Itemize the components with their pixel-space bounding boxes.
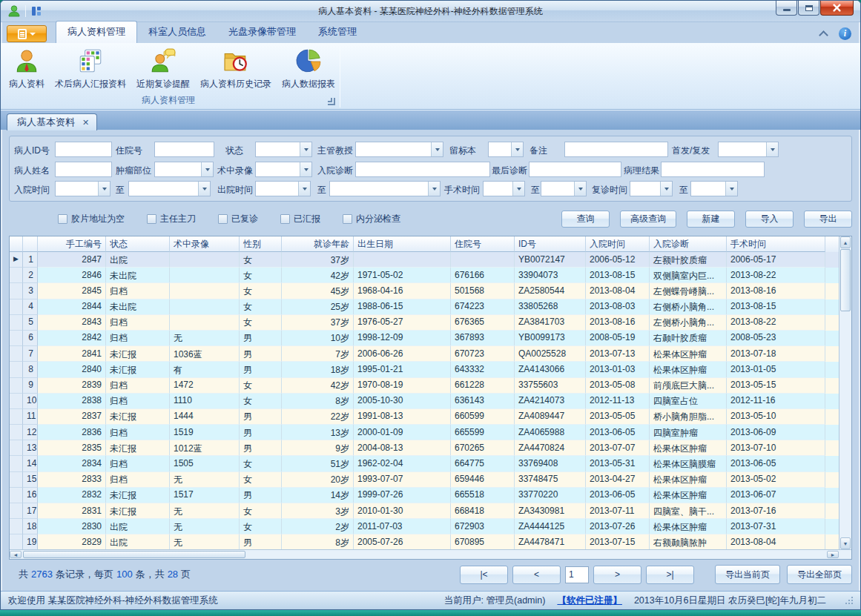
ribbon-tab-staff-info[interactable]: 科室人员信息	[137, 21, 217, 43]
dropdown-arrow-icon[interactable]	[300, 142, 311, 156]
checkbox-revisited[interactable]: 已复诊	[218, 213, 258, 225]
status-combo[interactable]	[255, 142, 312, 157]
remark-input[interactable]	[564, 142, 668, 157]
tab-close-icon[interactable]: ✕	[82, 119, 89, 127]
final-diag-input[interactable]	[529, 162, 621, 177]
scroll-down-icon[interactable]: ▼	[840, 537, 851, 549]
patient-name-input[interactable]	[55, 162, 112, 177]
column-header-birth-date[interactable]: 出生日期	[354, 236, 451, 252]
column-header-id-no[interactable]: ID号	[515, 236, 586, 252]
ribbon-button-revisit-reminder[interactable]: 近期复诊提醒	[131, 45, 195, 93]
table-row[interactable]: ▶12847出院女37岁YB00721472006-05-12左额叶胶质瘤200…	[10, 252, 839, 268]
checkbox-box-icon[interactable]	[58, 214, 67, 224]
query-button[interactable]: 查询	[561, 211, 610, 228]
dropdown-arrow-icon[interactable]	[298, 182, 310, 196]
dropdown-arrow-icon[interactable]	[98, 182, 110, 196]
dropdown-arrow-icon[interactable]	[725, 182, 737, 196]
ribbon-button-history-record[interactable]: 病人资料历史记录	[195, 45, 277, 93]
ribbon-tab-system[interactable]: 系统管理	[307, 21, 368, 43]
page-number-input[interactable]	[565, 566, 589, 583]
checkbox-film-address-empty[interactable]: 胶片地址为空	[58, 213, 125, 225]
dropdown-arrow-icon[interactable]	[511, 142, 523, 156]
scroll-up-icon[interactable]: ▲	[840, 236, 851, 248]
surgery-from-combo[interactable]	[483, 181, 525, 196]
software-registered-link[interactable]: 【软件已注册】	[557, 595, 622, 607]
import-button[interactable]: 导入	[745, 211, 794, 228]
table-row[interactable]: 162832未汇报1517男14岁1999-07-266655183377022…	[10, 488, 839, 503]
checkbox-box-icon[interactable]	[280, 214, 290, 224]
table-row[interactable]: 42844未出院女25岁1988-06-15674223338052682013…	[10, 299, 839, 315]
table-row[interactable]: 192829出院无男8岁2005-07-26670895ZA4478471201…	[10, 534, 839, 549]
specimen-combo[interactable]	[488, 142, 524, 157]
new-button[interactable]: 新建	[687, 211, 735, 228]
export-current-page-button[interactable]: 导出当前页	[715, 565, 780, 584]
document-tab-patient-basic-info[interactable]: 病人基本资料 ✕	[7, 113, 97, 130]
column-header-visit-age[interactable]: 就诊年龄	[282, 236, 354, 252]
column-header-rownum[interactable]	[23, 236, 38, 252]
checkbox-box-icon[interactable]	[343, 214, 352, 224]
column-header-admission-diag[interactable]: 入院诊断	[650, 236, 727, 252]
column-header-admission-date[interactable]: 入院时间	[586, 236, 650, 252]
ribbon-button-patient-data[interactable]: 病人资料	[4, 45, 50, 93]
pathology-input[interactable]	[661, 162, 765, 177]
dropdown-arrow-icon[interactable]	[428, 182, 440, 196]
admission-from-combo[interactable]	[55, 181, 110, 196]
column-header-status[interactable]: 状态	[106, 236, 170, 252]
ribbon-tab-disc-management[interactable]: 光盘录像带管理	[217, 21, 307, 43]
export-button[interactable]: 导出	[804, 211, 852, 228]
table-row[interactable]: 92839归档1472女42岁1970-08-19661228337556032…	[10, 378, 839, 394]
horizontal-scroll-thumb[interactable]	[23, 551, 245, 558]
horizontal-scrollbar[interactable]: ◄ ►	[10, 549, 851, 559]
revisit-from-combo[interactable]	[630, 181, 673, 196]
dropdown-arrow-icon[interactable]	[431, 142, 443, 156]
discharge-to-combo[interactable]	[329, 181, 441, 196]
ribbon-tab-patient-management[interactable]: 病人资料管理	[56, 21, 137, 43]
app-menu-button[interactable]	[7, 25, 47, 42]
checkbox-chief-surgeon[interactable]: 主任主刀	[147, 213, 196, 225]
dropdown-arrow-icon[interactable]	[574, 182, 586, 196]
scroll-left-icon[interactable]: ◄	[10, 551, 22, 558]
table-row[interactable]: 142834归档1505女51岁1962-02-0466477533769408…	[10, 456, 839, 471]
table-row[interactable]: 182830出院无女2岁2011-07-03672903ZA4444125201…	[10, 519, 839, 534]
professor-combo[interactable]	[355, 142, 443, 157]
ribbon-button-postop-report[interactable]: 术后病人汇报资料	[50, 45, 131, 93]
export-all-pages-button[interactable]: 导出全部页	[787, 565, 852, 584]
dropdown-arrow-icon[interactable]	[766, 142, 778, 156]
info-icon[interactable]: i	[839, 27, 851, 40]
minimize-button[interactable]	[776, 1, 797, 16]
table-row[interactable]: 22846未出院女42岁1971-05-02676166339040732013…	[10, 268, 839, 283]
table-row[interactable]: 72841未汇报1036蓝男7岁2006-06-26670723QA002552…	[10, 346, 839, 362]
maximize-button[interactable]	[798, 1, 819, 16]
table-row[interactable]: 122836归档1519男13岁2000-01-09665599ZA406598…	[10, 425, 839, 440]
dropdown-arrow-icon[interactable]	[201, 162, 213, 176]
checkbox-endocrine-exam[interactable]: 内分泌检查	[343, 213, 400, 225]
vertical-scroll-thumb[interactable]	[840, 249, 851, 311]
first-recur-combo[interactable]	[718, 142, 779, 157]
dropdown-arrow-icon[interactable]	[660, 182, 672, 196]
advanced-query-button[interactable]: 高级查询	[620, 211, 676, 228]
tumor-site-combo[interactable]	[154, 162, 214, 177]
column-header-surgery-date[interactable]: 手术时间	[727, 236, 825, 252]
table-row[interactable]: 52843归档女37岁1976-05-27676365ZA38417032013…	[10, 315, 839, 331]
table-row[interactable]: 32845归档女45岁1968-04-16501568ZA25805442013…	[10, 283, 839, 299]
surgery-video-combo[interactable]	[255, 162, 312, 177]
last-page-button[interactable]: >|	[646, 566, 694, 584]
table-row[interactable]: 102838归档1110女8岁2005-10-30636143ZA4214073…	[10, 394, 839, 409]
table-row[interactable]: 152833归档无女20岁1993-07-0765944633748475201…	[10, 472, 839, 488]
first-page-button[interactable]: |<	[460, 566, 508, 584]
scroll-right-icon[interactable]: ►	[827, 551, 839, 558]
checkbox-box-icon[interactable]	[218, 214, 228, 224]
discharge-from-combo[interactable]	[255, 181, 311, 196]
column-header-surgery-video[interactable]: 术中录像	[170, 236, 240, 252]
table-row[interactable]: 82840未汇报有男18岁1995-01-21643332ZA414306620…	[10, 362, 839, 377]
checkbox-box-icon[interactable]	[147, 214, 156, 224]
column-header-inpatient-no[interactable]: 住院号	[451, 236, 515, 252]
revisit-to-combo[interactable]	[690, 181, 738, 196]
admission-diag-input[interactable]	[355, 162, 490, 177]
collapse-ribbon-icon[interactable]	[819, 30, 828, 40]
column-header-gender[interactable]: 性别	[240, 236, 282, 252]
checkbox-reported[interactable]: 已汇报	[280, 213, 320, 225]
column-header-indicator[interactable]	[10, 236, 23, 252]
close-button[interactable]	[820, 1, 854, 16]
table-row[interactable]: 62842归档无男10岁1998-12-09367893YB0099173200…	[10, 331, 839, 346]
